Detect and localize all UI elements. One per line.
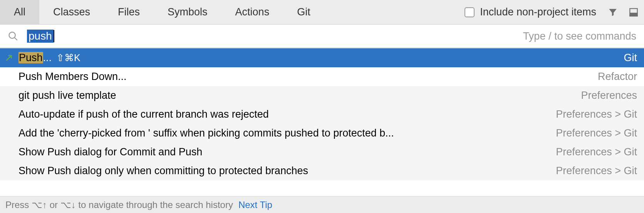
svg-point-2 <box>9 32 15 38</box>
search-input[interactable]: push <box>27 30 523 43</box>
tab-all[interactable]: All <box>0 0 39 24</box>
next-tip-link[interactable]: Next Tip <box>238 200 272 210</box>
include-non-project-label: Include non-project items <box>480 6 596 18</box>
tab-files[interactable]: Files <box>104 0 154 24</box>
search-row: push Type / to see commands <box>0 25 644 48</box>
result-row[interactable]: Show Push dialog for Commit and Push Pre… <box>0 143 644 161</box>
open-tool-window-icon[interactable] <box>623 0 644 24</box>
result-label: Add the 'cherry-picked from ' suffix whe… <box>18 127 548 139</box>
result-label: Show Push dialog only when committing to… <box>18 165 548 177</box>
svg-rect-1 <box>630 13 637 16</box>
search-tabs: All Classes Files Symbols Actions Git In… <box>0 0 644 25</box>
footer-bar: Press ⌥↑ or ⌥↓ to navigate through the s… <box>0 196 644 213</box>
result-label: git push live template <box>18 90 573 102</box>
result-category: Preferences > Git <box>548 146 637 158</box>
result-row[interactable]: Auto-update if push of the current branc… <box>0 105 644 124</box>
tab-actions[interactable]: Actions <box>221 0 283 24</box>
tab-symbols[interactable]: Symbols <box>154 0 221 24</box>
result-row[interactable]: git push live template Preferences <box>0 86 644 105</box>
result-label: Push Members Down... <box>18 71 590 83</box>
result-category: Preferences > Git <box>548 127 637 139</box>
search-icon <box>8 31 18 42</box>
tab-git[interactable]: Git <box>283 0 324 24</box>
result-label: Push... ⇧⌘K <box>18 52 616 64</box>
result-category: Preferences > Git <box>548 165 637 177</box>
search-hint: Type / to see commands <box>523 30 636 42</box>
svg-line-3 <box>15 38 17 40</box>
result-row[interactable]: Push Members Down... Refactor <box>0 67 644 86</box>
footer-tip-text: Press ⌥↑ or ⌥↓ to navigate through the s… <box>5 200 233 210</box>
run-arrow-icon <box>5 54 18 62</box>
result-label: Show Push dialog for Commit and Push <box>18 146 548 158</box>
result-row[interactable]: Push... ⇧⌘K Git <box>0 48 644 67</box>
checkbox-icon[interactable] <box>465 7 475 17</box>
tab-classes[interactable]: Classes <box>39 0 104 24</box>
result-category: Refactor <box>590 71 637 83</box>
result-category: Git <box>616 52 637 64</box>
filter-icon[interactable] <box>602 0 623 24</box>
text-caret <box>54 30 54 42</box>
search-results-list: Push... ⇧⌘K Git Push Members Down... Ref… <box>0 48 644 180</box>
result-category: Preferences > Git <box>548 108 637 120</box>
result-row[interactable]: Add the 'cherry-picked from ' suffix whe… <box>0 124 644 143</box>
shortcut-label: ⇧⌘K <box>56 52 80 63</box>
include-non-project-toggle[interactable]: Include non-project items <box>465 0 602 24</box>
result-category: Preferences <box>573 90 637 102</box>
result-label: Auto-update if push of the current branc… <box>18 108 548 120</box>
result-row[interactable]: Show Push dialog only when committing to… <box>0 161 644 180</box>
search-query-text: push <box>27 30 54 43</box>
